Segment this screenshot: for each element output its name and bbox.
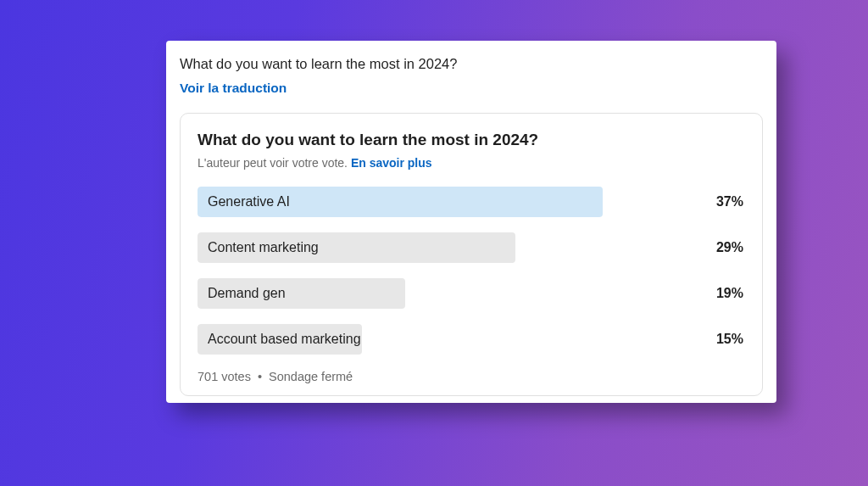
poll-option-row[interactable]: Generative AI37% [198,187,745,217]
post-question-text: What do you want to learn the most in 20… [180,56,763,72]
poll-footer: 701 votes • Sondage fermé [198,370,745,383]
poll-option-percent: 37% [716,194,745,209]
poll-option-percent: 29% [716,240,745,255]
poll-option-label: Demand gen [198,286,286,301]
poll-options-list: Generative AI37%Content marketing29%Dema… [198,187,745,355]
poll-status: Sondage fermé [269,370,353,383]
poll-container: What do you want to learn the most in 20… [180,113,763,396]
poll-visibility-text: L'auteur peut voir votre vote. [198,156,348,170]
poll-vote-count: 701 votes [198,370,251,383]
poll-card: What do you want to learn the most in 20… [166,41,776,403]
poll-option-row[interactable]: Content marketing29% [198,232,745,263]
translate-link[interactable]: Voir la traduction [180,81,287,96]
poll-option-percent: 15% [716,332,745,347]
poll-option-label: Generative AI [198,194,290,209]
learn-more-link[interactable]: En savoir plus [351,156,432,170]
separator-dot: • [258,370,262,383]
poll-option-row[interactable]: Demand gen19% [198,278,745,309]
poll-option-row[interactable]: Account based marketing15% [198,324,745,355]
poll-visibility-note: L'auteur peut voir votre vote. En savoir… [198,156,745,170]
poll-option-label: Account based marketing [198,332,361,347]
poll-option-label: Content marketing [198,240,319,255]
poll-title: What do you want to learn the most in 20… [198,131,745,149]
poll-option-percent: 19% [716,286,745,301]
